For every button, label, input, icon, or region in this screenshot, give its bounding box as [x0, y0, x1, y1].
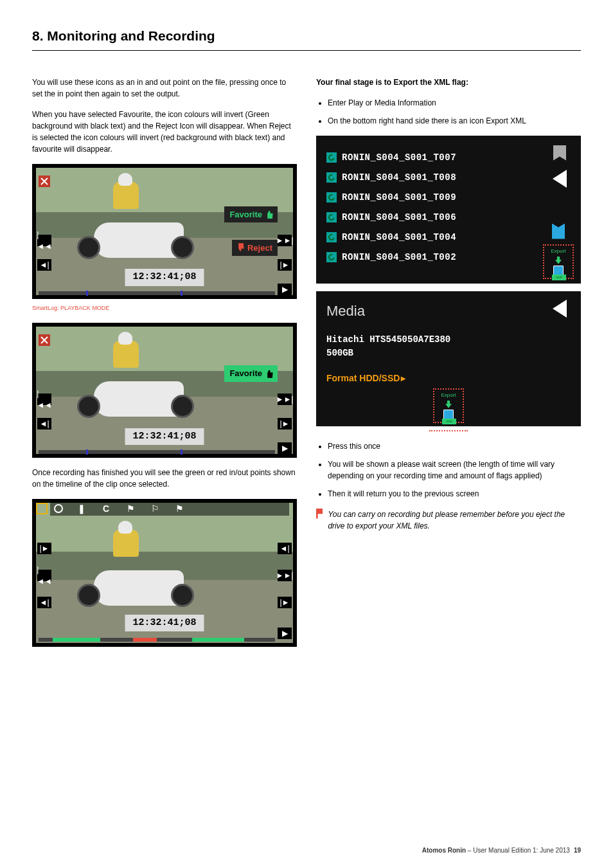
media-panel: Media Hitachi HTS545050A7E380 500GB Form… [316, 291, 581, 426]
skip-end-icon[interactable]: ►►| [278, 235, 292, 246]
chevron-right-icon: ▸ [401, 372, 405, 385]
back-icon[interactable] [549, 169, 571, 188]
clip-row[interactable]: RONIN_S004_S001_T009 [326, 191, 571, 204]
skip-end-icon[interactable]: ►►| [278, 393, 292, 405]
export-label: Export [441, 392, 456, 399]
step-forward-icon[interactable]: |► [278, 597, 292, 608]
back-icon[interactable] [549, 299, 571, 318]
page-footer: Atomos Ronin – User Manual Edition 1: Ju… [422, 845, 581, 855]
toolbar-icons: ❚ C ⚑ ⚐ ⚑ [50, 502, 289, 516]
home-icon[interactable] [36, 503, 48, 514]
bookmark-down-icon[interactable] [547, 222, 569, 241]
flag-outline-icon[interactable]: ⚐ [149, 503, 161, 514]
export-xml-icon[interactable]: Export xml [546, 248, 571, 276]
step-back-icon[interactable]: ◄| [37, 418, 51, 429]
play-icon[interactable]: ▶ [278, 442, 292, 454]
out-point-icon[interactable]: ◄| [278, 543, 292, 554]
favorite-button-active[interactable]: Favorite [224, 365, 278, 382]
footer-edition: – User Manual Edition 1: June 2013 [466, 847, 570, 854]
clip-thumb-icon [326, 172, 337, 183]
thumb-down-icon [236, 243, 245, 252]
timeline[interactable] [39, 450, 275, 454]
skip-start-icon[interactable]: |◄◄ [37, 393, 51, 405]
clip-name: RONIN_S004_S001_T004 [342, 231, 456, 244]
clip-row[interactable]: RONIN_S004_S001_T004 [326, 231, 571, 244]
subheading: Your final stage is to Export the XML fl… [316, 77, 581, 88]
clip-row[interactable]: RONIN_S004_S001_T007 [326, 151, 571, 165]
in-point-icon[interactable]: |► [37, 543, 51, 554]
flag-dark-icon[interactable]: ⚑ [173, 503, 185, 514]
paragraph: You will use these icons as an in and ou… [32, 77, 297, 100]
list-item: Enter Play or Media Information [328, 97, 581, 109]
step-back-icon[interactable]: ◄| [37, 259, 51, 271]
bookmark-icon[interactable]: ❚ [76, 503, 87, 514]
timeline[interactable] [39, 291, 275, 295]
skip-start-icon[interactable]: |◄◄ [37, 570, 51, 581]
export-label: Export [551, 248, 565, 255]
drive-size: 500GB [326, 347, 571, 360]
thumb-up-icon [265, 369, 274, 378]
xml-label: xml [552, 275, 566, 280]
close-icon[interactable] [39, 176, 50, 187]
timecode-display: 12:32:41;08 [125, 269, 204, 286]
clip-thumb-icon [326, 212, 337, 222]
timeline[interactable] [39, 638, 275, 642]
playback-screenshot-timeline-flags: ❚ C ⚑ ⚐ ⚑ |► ◄| |◄◄ ►►| ◄| |► ▶ 12:32:41… [32, 499, 297, 647]
flag-dark-icon[interactable]: ⚑ [125, 503, 136, 514]
timecode-display: 12:32:41;08 [125, 615, 204, 632]
playback-screenshot-favorite-selected: Favorite |◄◄ ►►| ◄| |► ▶ 12:32:41;08 [32, 323, 297, 458]
clip-row[interactable]: RONIN_S004_S001_T008 [326, 171, 571, 185]
favorite-label: Favorite [229, 367, 262, 380]
favorite-button[interactable]: Favorite [224, 206, 278, 223]
paragraph: When you have selected Favourite, the ic… [32, 109, 297, 155]
favorite-label: Favorite [229, 208, 262, 221]
clip-name: RONIN_S004_S001_T006 [342, 211, 456, 224]
clip-name: RONIN_S004_S001_T009 [342, 191, 456, 204]
clip-thumb-icon [326, 252, 337, 262]
clip-name: RONIN_S004_S001_T008 [342, 171, 456, 185]
list-item: Press this once [328, 440, 581, 452]
bookmark-up-icon[interactable] [549, 143, 571, 163]
list-item: Then it will return you to the previous … [328, 488, 581, 500]
clip-list-panel: Export xml RONIN_S004_S001_T007 RONIN_S0… [316, 136, 581, 284]
paragraph: Once recording has finished you will see… [32, 467, 297, 490]
clip-name: RONIN_S004_S001_T007 [342, 151, 456, 165]
note-text: You can carry on recording but please re… [328, 509, 581, 532]
clip-thumb-icon [326, 232, 337, 242]
list-item: You will be shown a please wait screen (… [328, 458, 581, 482]
clip-row[interactable]: RONIN_S004_S001_T006 [326, 211, 571, 224]
export-xml-icon[interactable]: Export xml [436, 392, 461, 420]
list-item: On the bottom right hand side there is a… [328, 115, 581, 127]
drive-model: Hitachi HTS545050A7E380 [326, 333, 571, 347]
clip-thumb-icon [326, 152, 337, 163]
step-forward-icon[interactable]: |► [278, 259, 292, 271]
clip-row[interactable]: RONIN_S004_S001_T002 [326, 251, 571, 264]
play-icon[interactable]: ▶ [278, 628, 292, 639]
clip-thumb-icon [326, 192, 337, 203]
xml-label: xml [442, 419, 456, 424]
section-heading: 8. Monitoring and Recording [32, 26, 581, 51]
thumb-up-icon [265, 210, 274, 219]
timecode-display: 12:32:41;08 [125, 428, 204, 446]
skip-start-icon[interactable]: |◄◄ [37, 235, 51, 246]
cut-icon[interactable]: C [100, 503, 112, 514]
playback-screenshot-favorite-reject: Favorite Reject |◄◄ ►►| ◄| |► ▶ 12:32:41… [32, 164, 297, 299]
format-drive-link[interactable]: Format HDD/SSD▸ [326, 372, 571, 385]
media-title: Media [326, 300, 571, 321]
step-forward-icon[interactable]: |► [278, 418, 292, 429]
flag-icon [316, 509, 323, 519]
clip-name: RONIN_S004_S001_T002 [342, 251, 456, 264]
skip-end-icon[interactable]: ►►| [278, 570, 292, 581]
play-icon[interactable]: ▶ [278, 284, 292, 295]
footer-product: Atomos Ronin [422, 847, 466, 854]
record-icon[interactable] [54, 504, 63, 513]
reject-button[interactable]: Reject [232, 240, 278, 257]
reject-label: Reject [247, 242, 272, 255]
step-back-icon[interactable]: ◄| [37, 597, 51, 608]
close-icon[interactable] [39, 334, 50, 346]
page-number: 19 [574, 847, 581, 854]
format-label: Format HDD/SSD [326, 373, 400, 383]
figure-caption: SmartLog: PLAYBACK MODE [32, 304, 297, 313]
